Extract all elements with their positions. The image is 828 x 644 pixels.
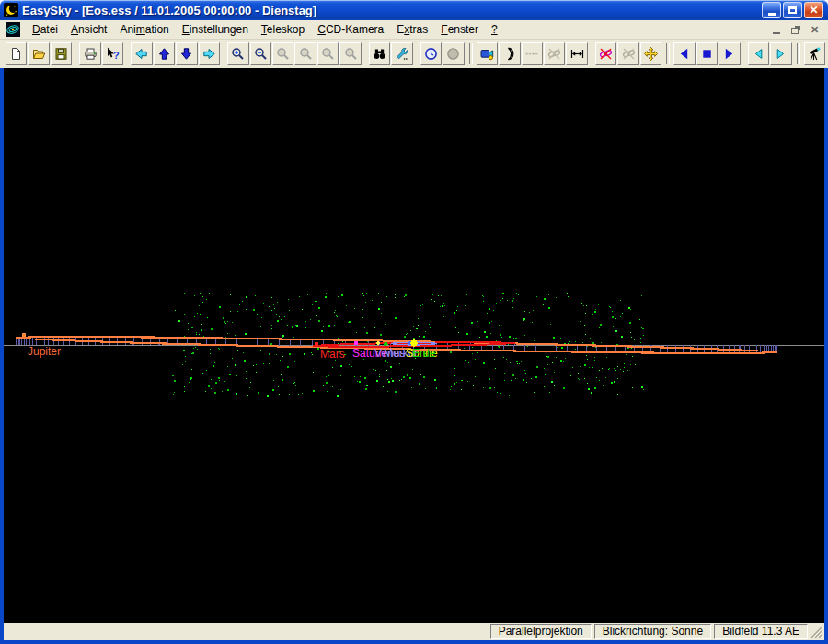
new-icon — [8, 46, 24, 62]
play-back-icon — [676, 46, 692, 62]
zoom-out-icon — [253, 46, 269, 62]
menu-item-[interactable]: ? — [485, 21, 504, 39]
mag-disabled-icon — [298, 46, 314, 62]
menu-item-ccdkamera[interactable]: CCD-Kamera — [311, 21, 390, 39]
mdi-minimize-icon[interactable] — [768, 23, 784, 36]
toolbar-separator — [666, 43, 670, 64]
toolbar-button-step-forward[interactable] — [770, 42, 791, 65]
toolbar-button-zoom-in[interactable] — [227, 42, 248, 65]
status-panel-0: Parallelprojektion — [490, 624, 592, 639]
toolbar-button-nav-up[interactable] — [154, 42, 175, 65]
toolbar-button-print[interactable] — [79, 42, 100, 65]
menu-item-datei[interactable]: Datei — [26, 21, 64, 39]
sky-object-sonne[interactable] — [410, 339, 417, 346]
close-icon[interactable]: ✕ — [804, 2, 823, 18]
toolbar-button-help[interactable]: ? — [102, 42, 123, 65]
toolbar-button-moon[interactable] — [499, 42, 520, 65]
toolbar-button-camera[interactable] — [477, 42, 498, 65]
toolbar-button-play-back[interactable] — [673, 42, 695, 65]
menu-item-fenster[interactable]: Fenster — [434, 21, 485, 39]
menu-item-extras[interactable]: Extras — [390, 21, 434, 39]
sky-object-jupiter[interactable] — [22, 333, 26, 337]
sky-label-erde: Erde — [412, 347, 436, 360]
toolbar-button-settings[interactable] — [391, 42, 412, 65]
minimize-icon[interactable] — [762, 2, 781, 18]
sky-object-erde[interactable] — [384, 342, 387, 346]
help-icon: ? — [105, 46, 121, 62]
zoom-in-icon — [230, 46, 246, 62]
nav-down-icon — [178, 46, 194, 62]
svg-text:?: ? — [113, 50, 120, 61]
status-panel-2: Bildfeld 11.3 AE — [714, 624, 808, 639]
toolbar-button-mag-disabled — [339, 42, 361, 65]
mag-disabled-icon — [343, 46, 359, 62]
print-icon — [83, 46, 98, 62]
toolbar-button-clock[interactable] — [420, 42, 442, 65]
toolbar-button-mag-disabled — [294, 42, 316, 65]
toolbar-button-unlink-disabled — [544, 42, 565, 65]
nav-up-icon — [156, 46, 172, 62]
nav-right-icon — [201, 46, 217, 62]
toolbar-button-zoom-out[interactable] — [250, 42, 271, 65]
toolbar-button-measure[interactable] — [566, 42, 587, 65]
save-icon — [53, 46, 69, 62]
menu-item-animation[interactable]: Animation — [113, 21, 175, 39]
toolbar-button-mag-disabled — [272, 42, 293, 65]
window-border-bottom — [0, 640, 828, 644]
unlink-disabled-icon — [546, 46, 562, 62]
toolbar-button-play-forward[interactable] — [719, 42, 740, 65]
toolbar-button-find[interactable] — [369, 42, 390, 65]
sky-object-venus[interactable] — [376, 341, 380, 345]
toolbar-button-save[interactable] — [51, 42, 72, 65]
resize-grip-icon[interactable] — [810, 625, 824, 639]
telescope-icon — [807, 46, 822, 62]
sky-object-mars[interactable] — [315, 342, 318, 346]
sky-object-saturn[interactable] — [354, 341, 358, 345]
mag-disabled-icon — [275, 46, 291, 62]
mdi-restore-icon[interactable] — [788, 23, 803, 36]
circle-disabled-icon — [445, 46, 461, 62]
toolbar-button-new[interactable] — [6, 42, 27, 65]
mdi-document-icon[interactable] — [6, 22, 20, 37]
toolbar-button-open[interactable] — [28, 42, 49, 65]
window-title: EasySky - [Eos.ess / 11.01.2005 00:00:00… — [22, 4, 762, 17]
toolbar-button-stop[interactable] — [696, 42, 718, 65]
sky-canvas[interactable]: JupiterMarsSaturnVenusMerkurSonneErde — [4, 68, 824, 623]
status-panel-1: Blickrichtung: Sonne — [594, 624, 711, 639]
find-icon — [372, 46, 387, 62]
app-window: EasySky - [Eos.ess / 11.01.2005 00:00:00… — [0, 0, 828, 644]
toolbar-button-unlink-disabled — [617, 42, 638, 65]
menu-item-einstellungen[interactable]: Einstellungen — [176, 21, 255, 39]
status-bar: ParallelprojektionBlickrichtung: SonneBi… — [4, 623, 824, 640]
nav-left-icon — [133, 46, 149, 62]
toolbar-button-nav-right[interactable] — [199, 42, 220, 65]
toolbar-button-nav-down[interactable] — [176, 42, 197, 65]
toolbar-button-telescope[interactable] — [804, 42, 825, 65]
toolbar-button-unlink[interactable] — [595, 42, 616, 65]
toolbar: ? — [0, 40, 828, 68]
toolbar-button-move[interactable] — [640, 42, 661, 65]
dots-disabled-icon — [524, 46, 540, 62]
toolbar-separator — [797, 43, 800, 64]
play-forward-icon — [721, 46, 737, 62]
app-icon — [4, 3, 18, 17]
menu-item-teleskop[interactable]: Teleskop — [255, 21, 311, 39]
toolbar-button-step-back[interactable] — [748, 42, 769, 65]
moon-icon — [501, 46, 517, 62]
mdi-close-icon[interactable]: ✕ — [807, 23, 822, 36]
toolbar-button-nav-left[interactable] — [131, 42, 152, 65]
sky-label-jupiter: Jupiter — [28, 345, 61, 358]
toolbar-separator — [469, 43, 473, 64]
measure-icon — [569, 46, 585, 62]
camera-icon — [479, 46, 495, 62]
menu-item-ansicht[interactable]: Ansicht — [64, 21, 113, 39]
title-bar: EasySky - [Eos.ess / 11.01.2005 00:00:00… — [0, 0, 828, 20]
mag-disabled-icon — [320, 46, 336, 62]
settings-icon — [394, 46, 409, 62]
toolbar-button-mag-disabled — [317, 42, 339, 65]
move-icon — [643, 46, 659, 62]
maximize-icon[interactable] — [783, 2, 802, 18]
unlink-disabled-icon — [621, 46, 637, 62]
toolbar-button-circle-disabled — [443, 42, 464, 65]
menu-bar: DateiAnsichtAnimationEinstellungenTelesk… — [0, 20, 828, 40]
